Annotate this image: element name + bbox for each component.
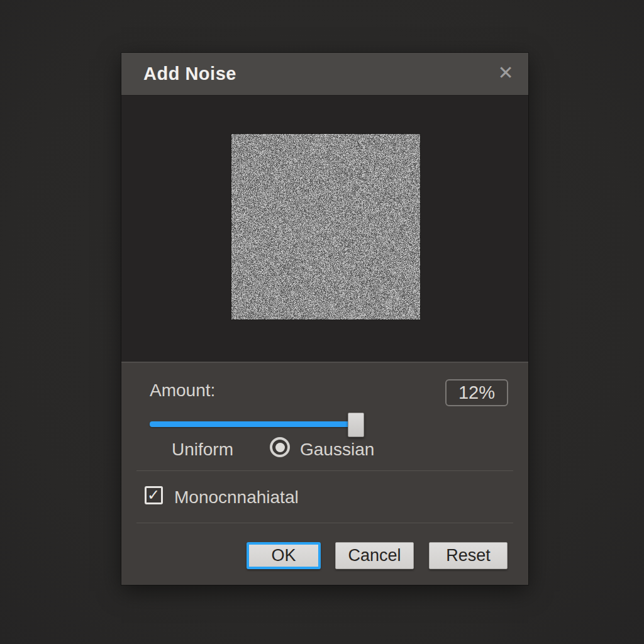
add-noise-dialog: Add Noise ✕ Amount: 12% Uniform Gaussian [121, 53, 528, 585]
dialog-title: Add Noise [143, 64, 236, 84]
preview-area [121, 96, 528, 362]
reset-button[interactable]: Reset [429, 542, 508, 569]
gaussian-radio-selected[interactable] [270, 437, 290, 457]
radio-label-uniform[interactable]: Uniform [172, 440, 233, 460]
amount-label: Amount: [150, 380, 215, 401]
ok-button[interactable]: OK [247, 542, 321, 569]
check-icon: ✓ [147, 486, 160, 504]
radio-label-gaussian[interactable]: Gaussian [300, 440, 374, 460]
desktop-background: Add Noise ✕ Amount: 12% Uniform Gaussian [0, 0, 644, 644]
dialog-titlebar[interactable]: Add Noise ✕ [121, 53, 528, 96]
monochromatic-row: ✓ Monocnnahiatal [121, 485, 528, 510]
monochromatic-checkbox[interactable]: ✓ [145, 486, 163, 504]
monochromatic-label: Monocnnahiatal [174, 487, 299, 508]
divider [136, 523, 513, 523]
controls-panel: Amount: 12% Uniform Gaussian ✓ Monocnnah… [121, 362, 528, 585]
distribution-radio-group: Uniform Gaussian [121, 437, 528, 462]
divider [136, 470, 513, 471]
amount-slider[interactable] [150, 409, 367, 440]
radio-dot [275, 443, 285, 452]
close-icon[interactable]: ✕ [494, 62, 517, 84]
noise-preview-swatch [231, 134, 420, 319]
button-row: OK Cancel Reset [121, 542, 528, 574]
amount-value-box[interactable]: 12% [445, 379, 508, 406]
slider-track[interactable] [150, 421, 357, 427]
slider-handle[interactable] [348, 413, 364, 437]
cancel-button[interactable]: Cancel [335, 542, 414, 569]
